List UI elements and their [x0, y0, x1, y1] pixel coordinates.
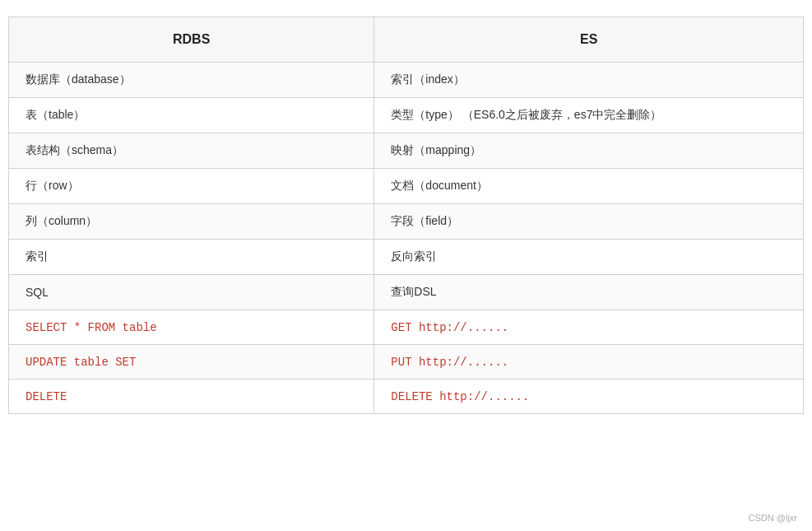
- cell-rdbs-3: 行（row）: [9, 169, 374, 204]
- table-row: 表（table）类型（type） （ES6.0之后被废弃，es7中完全删除）: [9, 98, 804, 133]
- cell-rdbs-8: UPDATE table SET: [9, 345, 374, 380]
- table-row: SELECT * FROM tableGET http://......: [9, 310, 804, 345]
- cell-rdbs-1: 表（table）: [9, 98, 374, 133]
- code-es: GET http://......: [391, 321, 508, 334]
- table-row: 数据库（database）索引（index）: [9, 63, 804, 98]
- cell-es-9: DELETE http://......: [374, 380, 804, 414]
- cell-rdbs-0: 数据库（database）: [9, 63, 374, 98]
- table-row: SQL查询DSL: [9, 275, 804, 310]
- cell-es-8: PUT http://......: [374, 345, 804, 380]
- code-es: DELETE http://......: [391, 390, 529, 403]
- code-es: PUT http://......: [391, 356, 508, 369]
- table-row: DELETEDELETE http://......: [9, 380, 804, 414]
- table-header-row: RDBS ES: [9, 17, 804, 63]
- cell-es-5: 反向索引: [374, 240, 804, 275]
- code-rdbs: UPDATE table SET: [26, 356, 136, 369]
- cell-rdbs-5: 索引: [9, 240, 374, 275]
- cell-es-6: 查询DSL: [374, 275, 804, 310]
- watermark: CSDN @ljxr: [749, 513, 797, 523]
- page-wrapper: RDBS ES 数据库（database）索引（index）表（table）类型…: [0, 0, 812, 531]
- cell-es-2: 映射（mapping）: [374, 133, 804, 169]
- cell-es-0: 索引（index）: [374, 63, 804, 98]
- table-row: 索引反向索引: [9, 240, 804, 275]
- table-row: 行（row）文档（document）: [9, 169, 804, 204]
- cell-rdbs-9: DELETE: [9, 380, 374, 414]
- cell-rdbs-6: SQL: [9, 275, 374, 310]
- cell-rdbs-7: SELECT * FROM table: [9, 310, 374, 345]
- cell-rdbs-4: 列（column）: [9, 204, 374, 240]
- table-row: 表结构（schema）映射（mapping）: [9, 133, 804, 169]
- table-row: 列（column）字段（field）: [9, 204, 804, 240]
- cell-es-1: 类型（type） （ES6.0之后被废弃，es7中完全删除）: [374, 98, 804, 133]
- header-rdbs: RDBS: [9, 17, 374, 63]
- code-rdbs: DELETE: [26, 390, 67, 403]
- cell-rdbs-2: 表结构（schema）: [9, 133, 374, 169]
- table-row: UPDATE table SETPUT http://......: [9, 345, 804, 380]
- cell-es-7: GET http://......: [374, 310, 804, 345]
- cell-es-4: 字段（field）: [374, 204, 804, 240]
- comparison-table: RDBS ES 数据库（database）索引（index）表（table）类型…: [8, 16, 804, 414]
- header-es: ES: [374, 17, 804, 63]
- code-rdbs: SELECT * FROM table: [26, 321, 157, 334]
- table-body: 数据库（database）索引（index）表（table）类型（type） （…: [9, 63, 804, 414]
- cell-es-3: 文档（document）: [374, 169, 804, 204]
